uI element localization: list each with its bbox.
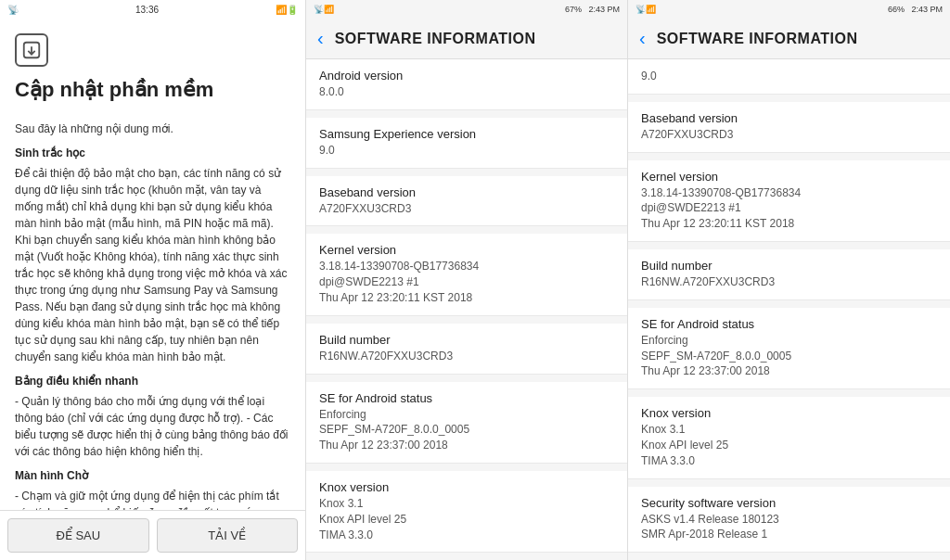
info-value-p3-kernel: 3.18.14-13390708-QB17736834 dpi@SWDE2213…	[641, 185, 937, 232]
panel-software-update: 📡 13:36 📶🔋 Cập nhật phần mềm Sau đây là …	[0, 0, 306, 560]
info-label-baseband: Baseband version	[319, 185, 614, 199]
section-body-quickpanel: - Quản lý thông báo cho mỗi ứng dụng với…	[15, 393, 290, 460]
update-content: Sau đây là những nội dung mới. Sinh trắc…	[0, 113, 305, 510]
section-title-lockscreen: Màn hình Chờ	[15, 467, 290, 484]
info-item-kernel: Kernel version 3.18.14-13390708-QB177368…	[306, 234, 627, 315]
back-arrow-panel3[interactable]: ‹	[639, 28, 646, 49]
info-label-se-android: SE for Android status	[319, 391, 614, 405]
info-value-se-android: Enforcing SEPF_SM-A720F_8.0.0_0005 Thu A…	[319, 407, 614, 453]
info-value-baseband: A720FXXU3CRD3	[319, 201, 614, 217]
p3-separator-4	[628, 300, 950, 308]
section-title-quickpanel: Bảng điều khiển nhanh	[15, 373, 290, 389]
info-value-android: 8.0.0	[319, 84, 614, 100]
later-button[interactable]: ĐỂ SAU	[7, 518, 149, 553]
info-item-android-version: Android version 8.0.0	[306, 59, 627, 110]
info-label-knox: Knox version	[319, 480, 614, 494]
update-icon	[15, 33, 48, 67]
info-header-panel3: ‹ SOFTWARE INFORMATION	[628, 19, 950, 59]
info-label-p3-baseband: Baseband version	[641, 111, 937, 125]
info-item-knox: Knox version Knox 3.1 Knox API level 25 …	[306, 471, 627, 553]
info-value-build: R16NW.A720FXXU3CRD3	[319, 349, 614, 364]
separator-7	[306, 553, 627, 560]
intro-text: Sau đây là những nội dung mới.	[15, 121, 290, 137]
separator-6	[306, 464, 627, 471]
info-label-android: Android version	[319, 69, 614, 83]
info-value-p3-partial: 9.0	[641, 69, 937, 84]
section-body-lockscreen: - Chạm và giữ một ứng dụng để hiện thị c…	[15, 488, 290, 510]
info-item-p3-baseband: Baseband version A720FXXU3CRD3	[628, 102, 950, 153]
info-label-samsung-exp: Samsung Experience version	[319, 127, 614, 141]
info-value-p3-knox: Knox 3.1 Knox API level 25 TIMA 3.3.0	[641, 422, 937, 468]
separator-4	[306, 316, 627, 324]
status-bar-p2-time: 67% 2:43 PM	[565, 5, 620, 14]
p3-separator-5	[628, 389, 950, 397]
status-bar-time-panel1: 13:36	[135, 5, 159, 15]
info-value-samsung-exp: 9.0	[319, 143, 614, 159]
status-bar-p2-left: 📡📶	[314, 5, 334, 14]
info-label-p3-build: Build number	[641, 259, 937, 273]
info-label-kernel: Kernel version	[319, 243, 614, 257]
status-bar-right-icons: 📶🔋	[276, 5, 298, 15]
info-item-se-android: SE for Android status Enforcing SEPF_SM-…	[306, 382, 627, 464]
info-item-baseband: Baseband version A720FXXU3CRD3	[306, 176, 627, 227]
panel-software-info-2: 📡📶 66% 2:43 PM ‹ SOFTWARE INFORMATION 9.…	[628, 0, 950, 560]
status-bar-panel1: 📡 13:36 📶🔋	[0, 0, 305, 19]
info-item-p3-security-sw: Security software version ASKS v1.4 Rele…	[628, 487, 950, 554]
info-list-panel2: Android version 8.0.0 Samsung Experience…	[306, 59, 627, 560]
info-label-p3-security-sw: Security software version	[641, 496, 937, 510]
status-bar-panel2: 📡📶 67% 2:43 PM	[306, 0, 627, 19]
status-bar-p3-left: 📡📶	[635, 5, 656, 14]
back-arrow-panel2[interactable]: ‹	[317, 28, 324, 49]
p3-separator-3	[628, 242, 950, 249]
info-list-panel3: 9.0 Baseband version A720FXXU3CRD3 Kerne…	[628, 59, 950, 560]
p3-separator-1	[628, 95, 950, 102]
info-title-panel3: SOFTWARE INFORMATION	[657, 31, 858, 47]
section-title-biometrics: Sinh trắc học	[15, 145, 290, 161]
p3-separator-7	[628, 553, 950, 560]
info-item-p3-se: SE for Android status Enforcing SEPF_SM-…	[628, 308, 950, 389]
separator-3	[306, 226, 627, 234]
section-body-biometrics: Để cải thiện độ bảo mật cho bạn, các tín…	[15, 165, 290, 365]
footer-buttons: ĐỂ SAU TẢI VỀ	[0, 510, 305, 560]
info-value-kernel: 3.18.14-13390708-QB17736834 dpi@SWDE2213…	[319, 259, 614, 305]
info-label-p3-knox: Knox version	[641, 406, 937, 420]
info-value-knox: Knox 3.1 Knox API level 25 TIMA 3.3.0	[319, 496, 614, 542]
app-icon-container	[0, 19, 305, 74]
info-title-panel2: SOFTWARE INFORMATION	[335, 31, 536, 47]
panel-software-info-1: 📡📶 67% 2:43 PM ‹ SOFTWARE INFORMATION An…	[306, 0, 628, 560]
info-item-p3-kernel: Kernel version 3.18.14-13390708-QB177368…	[628, 160, 950, 242]
separator-5	[306, 375, 627, 382]
info-item-build: Build number R16NW.A720FXXU3CRD3	[306, 324, 627, 375]
separator-1	[306, 110, 627, 118]
info-value-p3-build: R16NW.A720FXXU3CRD3	[641, 274, 937, 290]
info-value-p3-se: Enforcing SEPF_SM-A720F_8.0.0_0005 Thu A…	[641, 333, 937, 379]
info-label-p3-se: SE for Android status	[641, 317, 937, 331]
p3-separator-2	[628, 153, 950, 160]
info-item-p3-partial: 9.0	[628, 59, 950, 95]
info-value-p3-baseband: A720FXXU3CRD3	[641, 127, 937, 143]
info-label-p3-kernel: Kernel version	[641, 170, 937, 184]
page-title: Cập nhật phần mềm	[0, 74, 305, 113]
p3-separator-6	[628, 479, 950, 487]
info-value-p3-security-sw: ASKS v1.4 Release 180123 SMR Apr-2018 Re…	[641, 512, 937, 543]
info-item-p3-knox: Knox version Knox 3.1 Knox API level 25 …	[628, 397, 950, 478]
info-item-p3-build: Build number R16NW.A720FXXU3CRD3	[628, 249, 950, 300]
status-bar-panel3: 📡📶 66% 2:43 PM	[628, 0, 950, 19]
info-item-samsung-exp: Samsung Experience version 9.0	[306, 118, 627, 169]
status-bar-left-icons: 📡	[7, 5, 19, 15]
download-button[interactable]: TẢI VỀ	[157, 518, 299, 553]
info-label-build: Build number	[319, 333, 614, 347]
separator-2	[306, 169, 627, 176]
status-bar-p3-time: 66% 2:43 PM	[888, 5, 943, 14]
info-header-panel2: ‹ SOFTWARE INFORMATION	[306, 19, 627, 59]
